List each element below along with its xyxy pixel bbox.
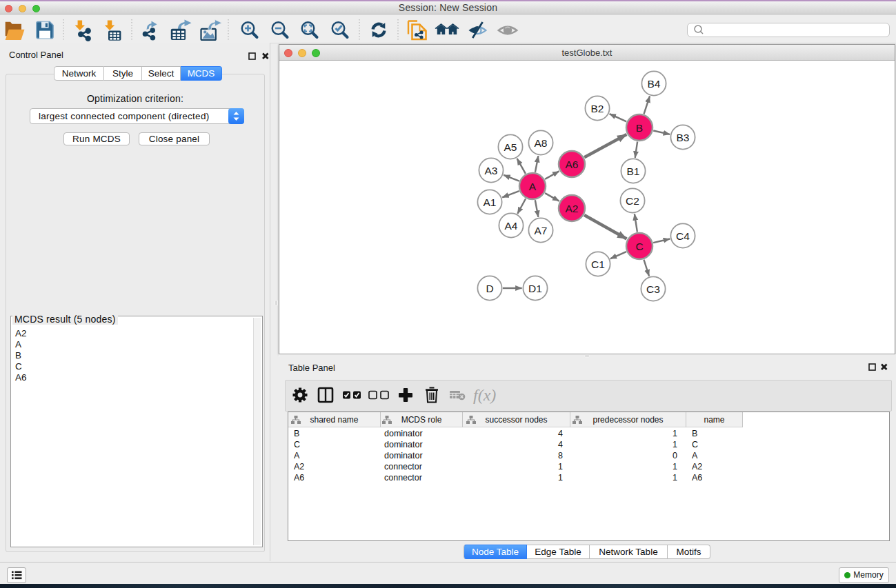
svg-text:C4: C4 — [676, 230, 690, 242]
svg-text:A5: A5 — [504, 141, 517, 153]
svg-text:C1: C1 — [591, 258, 605, 270]
svg-text:A2: A2 — [566, 203, 579, 214]
svg-text:B: B — [636, 122, 643, 134]
svg-text:A1: A1 — [484, 196, 497, 208]
svg-text:A4: A4 — [505, 220, 518, 232]
svg-text:D: D — [486, 283, 493, 294]
svg-text:A3: A3 — [485, 165, 498, 176]
svg-text:A6: A6 — [566, 159, 579, 170]
svg-text:B1: B1 — [627, 165, 640, 177]
svg-text:C3: C3 — [646, 283, 660, 295]
svg-text:C: C — [635, 241, 643, 252]
svg-text:B4: B4 — [648, 78, 661, 90]
svg-text:A8: A8 — [535, 137, 548, 149]
svg-text:A7: A7 — [535, 225, 548, 236]
svg-text:C2: C2 — [626, 195, 639, 207]
svg-text:B3: B3 — [677, 132, 690, 143]
svg-text:f(x): f(x) — [473, 386, 496, 404]
svg-text:A: A — [529, 181, 537, 192]
svg-text:B2: B2 — [591, 103, 604, 114]
svg-text:D1: D1 — [528, 283, 542, 294]
